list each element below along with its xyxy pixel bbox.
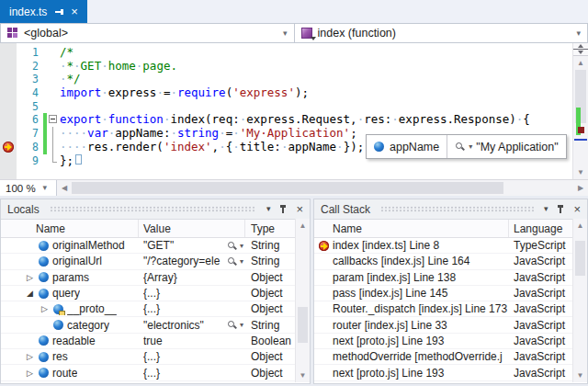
locals-title-bar[interactable]: Locals ▾ × bbox=[1, 199, 310, 220]
locals-row-category[interactable]: category"electronics"▾String bbox=[1, 317, 296, 333]
editor-vertical-scrollbar[interactable]: ▲ ▼ bbox=[572, 43, 588, 179]
callstack-row-5[interactable]: Router._dispatch [index.js] Line 173Java… bbox=[314, 301, 573, 317]
callstack-column-headers[interactable]: Name Language bbox=[314, 220, 587, 238]
scroll-down-button[interactable]: ▼ bbox=[573, 369, 587, 382]
callstack-row-2[interactable]: callbacks [index.js] Line 164JavaScript bbox=[314, 254, 573, 269]
scrollbar-track[interactable] bbox=[297, 233, 309, 369]
locals-column-headers[interactable]: Name Value Type bbox=[1, 220, 310, 238]
magnifier-icon[interactable] bbox=[227, 241, 237, 251]
outlining-margin[interactable] bbox=[48, 43, 60, 179]
scrollbar-thumb[interactable] bbox=[72, 182, 503, 194]
tab-index-ts[interactable]: index.ts × bbox=[0, 0, 87, 23]
locals-row-route[interactable]: ▷route{...}Object bbox=[1, 365, 296, 380]
line-number: 7 bbox=[17, 127, 42, 141]
scope-dropdown[interactable]: <global> ▾ bbox=[0, 23, 295, 43]
chevron-down-icon[interactable]: ▾ bbox=[283, 29, 288, 38]
magnifier-icon[interactable] bbox=[227, 320, 237, 330]
callstack-title-bar[interactable]: Call Stack ▾ × bbox=[314, 199, 587, 220]
variable-name-cell: category bbox=[1, 319, 139, 332]
window-position-icon[interactable]: ▾ bbox=[266, 205, 271, 213]
chevron-down-icon[interactable]: ▾ bbox=[43, 184, 48, 192]
scroll-down-button[interactable]: ▼ bbox=[573, 165, 588, 179]
close-icon[interactable]: × bbox=[296, 203, 303, 215]
chevron-down-icon[interactable]: ▾ bbox=[576, 29, 581, 38]
locals-row-proto[interactable]: ▷__proto__{...}Object bbox=[1, 301, 296, 317]
chevron-down-icon[interactable]: ▾ bbox=[469, 142, 472, 151]
code-token: }; bbox=[60, 153, 74, 167]
callstack-row-7[interactable]: next [proto.js] Line 193JavaScript bbox=[314, 334, 573, 349]
variable-icon bbox=[39, 368, 49, 378]
scroll-right-button[interactable]: ▶ bbox=[573, 180, 588, 196]
code-token: { bbox=[523, 112, 530, 126]
pin-icon[interactable] bbox=[54, 7, 63, 17]
change-bar bbox=[43, 100, 47, 114]
code-line-6[interactable]: export·function·index(req:·express.Reque… bbox=[60, 113, 572, 127]
value-visualizer[interactable]: ▾ bbox=[227, 241, 245, 251]
datatip-variable[interactable]: appName bbox=[367, 135, 447, 158]
column-header-type[interactable]: Type bbox=[245, 220, 296, 237]
code-line-3[interactable]: ·*/ bbox=[60, 73, 572, 86]
scroll-left-button[interactable]: ◀ bbox=[57, 180, 72, 196]
expander-collapsed-icon[interactable]: ▷ bbox=[40, 304, 50, 313]
magnifier-icon[interactable] bbox=[455, 142, 465, 152]
split-window-handle[interactable] bbox=[573, 43, 588, 56]
callstack-row-8[interactable]: methodOverride [methodOverride.jJavaScri… bbox=[314, 349, 573, 365]
breakpoint-margin[interactable] bbox=[0, 43, 17, 179]
callstack-row-1[interactable]: index [index.ts] Line 8TypeScript bbox=[314, 238, 573, 254]
chevron-down-icon[interactable]: ▾ bbox=[240, 242, 243, 250]
scrollbar-track[interactable] bbox=[574, 233, 586, 369]
scroll-up-button[interactable]: ▲ bbox=[296, 219, 310, 233]
member-dropdown[interactable]: index (function) ▾ bbox=[295, 23, 588, 43]
scrollbar-thumb[interactable] bbox=[575, 241, 585, 276]
variable-value-cell: {...} bbox=[139, 350, 245, 363]
callstack-row-6[interactable]: router [index.js] Line 33JavaScript bbox=[314, 317, 573, 333]
pin-icon[interactable] bbox=[556, 205, 565, 214]
scroll-down-button[interactable]: ▼ bbox=[296, 369, 310, 382]
code-editor[interactable]: 123456789 /*·*·GET·home·page.·*/import·e… bbox=[0, 43, 588, 179]
chevron-down-icon[interactable]: ▾ bbox=[240, 321, 243, 329]
value-visualizer[interactable]: ▾ bbox=[227, 320, 245, 330]
frame-name: pass [index.js] Line 145 bbox=[333, 287, 509, 300]
magnifier-icon[interactable] bbox=[227, 256, 237, 267]
code-line-1[interactable]: /* bbox=[60, 46, 572, 60]
locals-row-params[interactable]: ▷params{Array}Object bbox=[1, 270, 296, 286]
variable-name: originalUrl bbox=[52, 255, 102, 267]
window-position-icon[interactable]: ▾ bbox=[544, 205, 548, 213]
chevron-down-icon[interactable]: ▾ bbox=[240, 257, 243, 266]
expander-collapsed-icon[interactable]: ▷ bbox=[25, 352, 35, 361]
locals-row-query[interactable]: ◢query{...}Object bbox=[1, 286, 296, 301]
callstack-row-3[interactable]: param [index.js] Line 138JavaScript bbox=[314, 270, 573, 286]
code-line-5[interactable] bbox=[60, 100, 572, 114]
horizontal-scrollbar[interactable] bbox=[72, 181, 573, 195]
line-number: 9 bbox=[17, 154, 42, 168]
scroll-up-button[interactable]: ▲ bbox=[573, 219, 587, 233]
locals-row-originalMethod[interactable]: originalMethod"GET"▾String bbox=[1, 238, 296, 254]
scroll-up-button[interactable]: ▲ bbox=[573, 56, 588, 70]
code-line-4[interactable]: import·express·=·require('express'); bbox=[60, 86, 572, 100]
expander-expanded-icon[interactable]: ◢ bbox=[25, 289, 35, 298]
locals-vertical-scrollbar[interactable]: ▲ ▼ bbox=[295, 219, 310, 382]
column-header-language[interactable]: Language bbox=[509, 220, 573, 237]
scrollbar-track[interactable] bbox=[574, 70, 587, 165]
expander-collapsed-icon[interactable]: ▷ bbox=[25, 369, 35, 378]
column-header-name[interactable]: Name bbox=[314, 220, 509, 237]
breakpoint-current-statement-icon[interactable] bbox=[3, 142, 14, 153]
callstack-row-9[interactable]: next [proto.js] Line 193JavaScript bbox=[314, 365, 573, 380]
scrollbar-thumb[interactable] bbox=[298, 307, 308, 342]
pin-icon[interactable] bbox=[278, 205, 288, 214]
callstack-row-4[interactable]: pass [index.js] Line 145JavaScript bbox=[314, 286, 573, 301]
variable-name: category bbox=[67, 319, 109, 332]
locals-row-res[interactable]: ▷res{...}Object bbox=[1, 349, 296, 365]
value-visualizer[interactable]: ▾ bbox=[227, 256, 245, 267]
locals-row-originalUrl[interactable]: originalUrl"/?category=ele▾String bbox=[1, 254, 296, 269]
expander-collapsed-icon[interactable]: ▷ bbox=[25, 273, 35, 282]
close-icon[interactable]: × bbox=[573, 203, 581, 215]
collapse-toggle-icon[interactable] bbox=[48, 113, 60, 127]
close-icon[interactable]: × bbox=[71, 6, 78, 17]
code-line-2[interactable]: ·*·GET·home·page. bbox=[60, 60, 572, 74]
column-header-name[interactable]: Name bbox=[1, 220, 139, 237]
column-header-value[interactable]: Value bbox=[139, 220, 245, 237]
callstack-vertical-scrollbar[interactable]: ▲ ▼ bbox=[572, 219, 587, 382]
zoom-selector[interactable]: 100 % ▾ bbox=[0, 180, 57, 196]
locals-row-readable[interactable]: readabletrueBoolean bbox=[1, 334, 296, 349]
